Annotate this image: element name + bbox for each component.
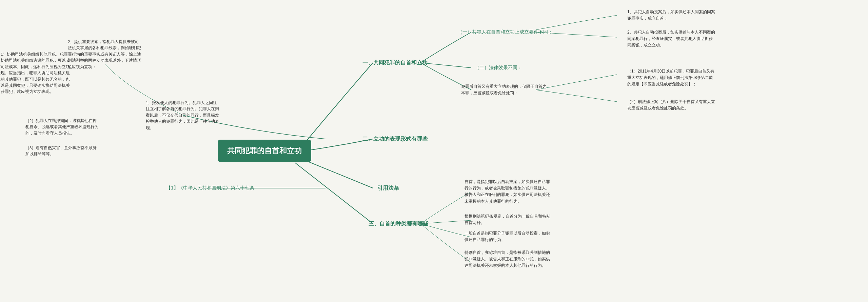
branch2-left-2: 2、提供重要线索，指犯罪人提供未被司法机关掌握的各种犯罪线索，例如证明犯罪行为的… [68,39,142,70]
sub1-2-label: （二）法律效果不同： [473,64,524,72]
branch4-tebie: 特别自首，亦称准自首，是指被采取强制措施的犯罪嫌疑人、被告人和正在服刑的罪犯，如… [465,249,553,269]
center-node[interactable]: 共同犯罪的自首和立功 [218,140,311,162]
detail-zishou-ligong: 犯罪后自首又有重大立功表现的，仅限于自首之本罪，应当减轻或者免除处罚： [461,83,549,96]
sub1-1-label: （一）共犯人在自首和立功上成立要件不同： [456,28,555,36]
branch3-label[interactable]: 引用法条 [375,183,402,193]
branch2-left-5: （3）遇有自然灾害、意外事故奋不顾身加以排除等等。 [25,145,100,157]
detail-1-3-2: （2）刑法修正案（八）删除关于自首又有重大立功应当减轻或者免除处罚的条款。 [627,99,715,112]
detail-1-1-2: 2、共犯人自动投案后，如实供述与本人不同案的同案犯罪行，经查证属实，或者共犯人协… [627,29,715,49]
mindmap-container: 共同犯罪的自首和立功 一、共同犯罪的自首和立功 （一）共犯人在自首和立功上成立要… [0,0,868,302]
detail-1-1-1: 1、共犯人自动投案后，如实供述本人同案的同案犯罪事实，成立自首； [627,9,715,22]
branch4-label[interactable]: 三、自首的种类都有哪些 [366,219,431,229]
branch4-yiban: 一般自首是指犯罪分子犯罪以后自动投案，如实供述自己罪行的行为。 [465,230,553,243]
branch2-left-1: 1、报发他人的犯罪行为。犯罪人之间往往互相了解各自的犯罪行为。犯罪人在归案以后，… [146,100,220,131]
detail-1-3-1: （1）2011年4月30日以前犯罪，犯罪后自首又有重大立功表现的，适用修正前刑法… [627,68,715,88]
branch2-label[interactable]: 二、立功的表现形式有哪些 [360,134,430,144]
branch4-zishou-def: 自首，是指犯罪以后自动投案，如实供述自己罪行的行为，或者被采取强制措施的犯罪嫌疑… [465,179,553,205]
branch1-label[interactable]: 一、共同犯罪的自首和立功 [360,58,430,68]
branch4-fenle: 根据刑法第67条规定，自首分为一般自首和特别自首两种。 [465,213,553,226]
branch2-left-4: （2）犯罪人在羁押期间，遇有其他在押犯自杀、脱逃或者其他严重破坏监规行为的，及时… [25,118,100,136]
branch3-left-detail: 【1】《中华人民共和国刑法》第六十七条 [164,184,256,192]
branch2-left-3: （1）协助司法机关组缉其他罪犯。犯罪人协助司法机关组缉逃避的罪犯，可以节省司法成… [0,51,71,95]
